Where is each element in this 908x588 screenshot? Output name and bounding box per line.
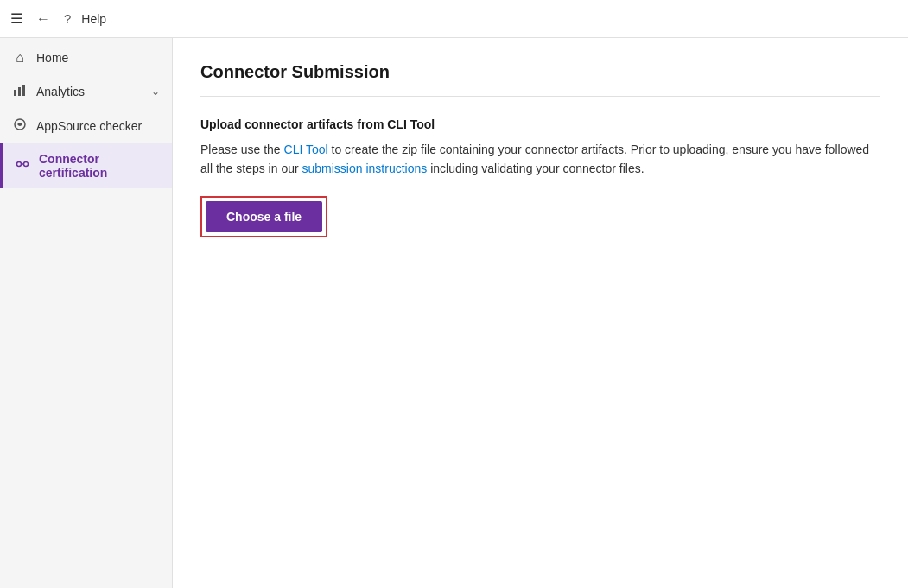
sidebar-item-label: Connector certification xyxy=(39,152,160,180)
sidebar-item-analytics[interactable]: Analytics ⌄ xyxy=(0,74,172,109)
svg-rect-1 xyxy=(18,87,21,96)
analytics-icon xyxy=(12,83,28,100)
main-layout: ⌂ Home Analytics ⌄ AppSource checke xyxy=(0,38,908,588)
svg-rect-0 xyxy=(14,90,16,96)
back-button[interactable]: ← xyxy=(36,11,50,27)
sidebar-item-appsource[interactable]: AppSource checker xyxy=(0,109,172,143)
menu-icon[interactable]: ☰ xyxy=(10,10,22,27)
appsource-icon xyxy=(12,117,28,135)
help-label: Help xyxy=(81,12,106,26)
choose-file-highlight: Choose a file xyxy=(200,196,327,237)
content-area: Connector Submission Upload connector ar… xyxy=(173,38,908,588)
sidebar-item-connector-certification[interactable]: Connector certification xyxy=(0,143,172,188)
svg-point-4 xyxy=(17,162,22,167)
help-icon: ? xyxy=(64,11,71,26)
section-title: Upload connector artifacts from CLI Tool xyxy=(200,117,880,131)
sidebar-item-label: AppSource checker xyxy=(36,119,160,133)
svg-rect-2 xyxy=(22,85,25,96)
sidebar-item-home[interactable]: ⌂ Home xyxy=(0,41,172,74)
sidebar: ⌂ Home Analytics ⌄ AppSource checke xyxy=(0,38,173,588)
top-bar: ☰ ← ? Help xyxy=(0,0,908,38)
sidebar-item-label: Home xyxy=(36,51,160,65)
description-text: Please use the CLI Tool to create the zi… xyxy=(200,140,880,179)
home-icon: ⌂ xyxy=(12,50,28,66)
submission-instructions-link[interactable]: submission instructions xyxy=(302,161,428,175)
page-title: Connector Submission xyxy=(200,62,880,97)
cli-tool-link[interactable]: CLI Tool xyxy=(284,142,328,156)
choose-file-button[interactable]: Choose a file xyxy=(206,201,322,232)
chevron-down-icon: ⌄ xyxy=(151,85,160,98)
svg-point-5 xyxy=(24,162,29,167)
connector-icon xyxy=(15,157,30,174)
sidebar-item-label: Analytics xyxy=(36,85,143,98)
